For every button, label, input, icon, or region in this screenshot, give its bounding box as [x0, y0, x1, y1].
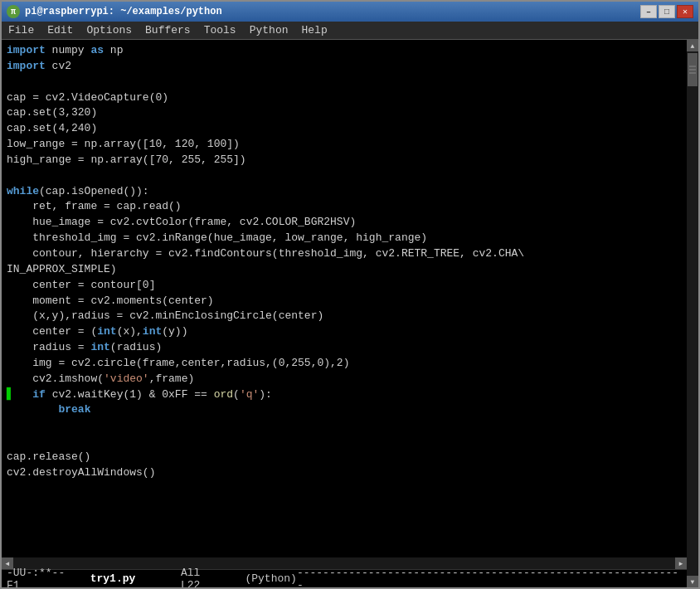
menu-tools[interactable]: Tools: [202, 24, 238, 37]
title-bar: π pi@raspberrypi: ~/examples/python – □ …: [2, 2, 698, 22]
emacs-mode: -UU-:**--F1: [7, 567, 77, 588]
emacs-position: All L22: [181, 567, 226, 588]
emacs-space2: [135, 572, 181, 585]
scroll-up-button[interactable]: ▲: [687, 40, 698, 51]
emacs-lang: (Python): [245, 572, 296, 585]
scroll-line-1: [689, 66, 696, 67]
menu-buffers[interactable]: Buffers: [143, 24, 192, 37]
editor-main: import numpy as np import cv2 cap = cv2.…: [2, 40, 687, 587]
emacs-status-bar: -UU-:**--F1 try1.py All L22 (Python) ---…: [2, 569, 687, 587]
title-bar-left: π pi@raspberrypi: ~/examples/python: [7, 5, 222, 18]
maximize-button[interactable]: □: [659, 5, 675, 18]
menu-bar: File Edit Options Buffers Tools Python H…: [2, 22, 698, 40]
main-window: π pi@raspberrypi: ~/examples/python – □ …: [0, 0, 700, 589]
scroll-down-button[interactable]: ▼: [687, 576, 698, 587]
code-editor[interactable]: import numpy as np import cv2 cap = cv2.…: [2, 40, 687, 557]
emacs-filename: try1.py: [90, 572, 136, 585]
emacs-dashes: ----------------------------------------…: [297, 567, 682, 588]
emacs-space3: [226, 572, 245, 585]
scroll-line-2: [689, 70, 696, 71]
scroll-thumb[interactable]: [688, 53, 698, 86]
menu-options[interactable]: Options: [85, 24, 134, 37]
scroll-thumb-lines: [688, 66, 698, 74]
menu-help[interactable]: Help: [299, 24, 328, 37]
emacs-space1: [77, 572, 90, 585]
menu-file[interactable]: File: [7, 24, 36, 37]
menu-python[interactable]: Python: [248, 24, 290, 37]
minimize-button[interactable]: –: [640, 5, 657, 18]
scroll-track-vertical[interactable]: [687, 51, 698, 576]
title-bar-controls: – □ ✕: [640, 5, 693, 18]
vertical-scrollbar[interactable]: ▲ ▼: [687, 40, 698, 587]
close-button[interactable]: ✕: [677, 5, 693, 18]
editor-container: import numpy as np import cv2 cap = cv2.…: [2, 40, 698, 587]
menu-edit[interactable]: Edit: [46, 24, 75, 37]
scroll-line-3: [689, 73, 696, 74]
window-title: pi@raspberrypi: ~/examples/python: [25, 6, 222, 17]
window-icon: π: [7, 5, 20, 18]
